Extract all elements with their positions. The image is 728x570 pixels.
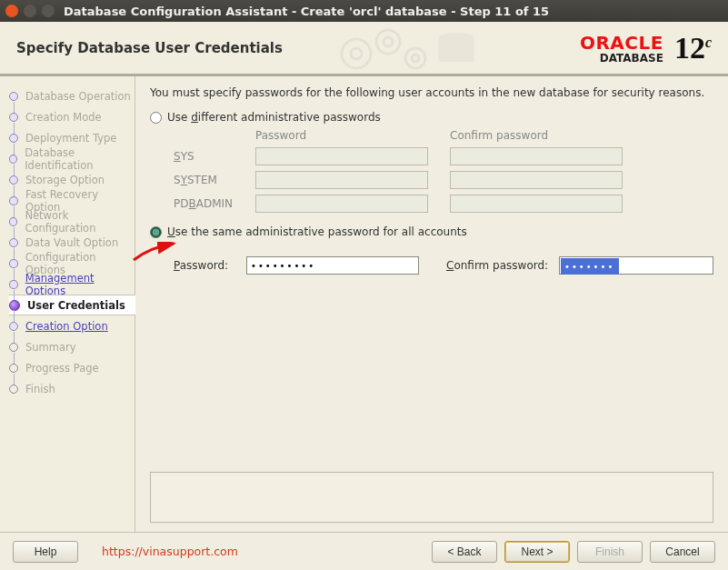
radio-same-password[interactable] (150, 226, 162, 238)
radio-same-password-label: Use the same administrative password for… (167, 225, 467, 238)
step-dot-icon (9, 155, 17, 164)
help-button[interactable]: Help (13, 541, 78, 563)
step-label: Data Vault Option (25, 236, 118, 249)
wizard-footer: Help https://vinasupport.com < Back Next… (0, 532, 728, 570)
instruction-text: You must specify passwords for the follo… (150, 85, 713, 100)
row-pdbadmin-label: PDBADMIN (174, 197, 255, 210)
back-button[interactable]: < Back (432, 541, 497, 563)
svg-rect-7 (438, 38, 474, 62)
step-progress-page: Progress Page (9, 357, 135, 378)
same-confirm-label: Confirm password: (446, 259, 559, 272)
step-finish: Finish (9, 378, 135, 399)
system-confirm-input (450, 171, 623, 189)
window-title: Database Configuration Assistant - Creat… (64, 5, 549, 18)
step-dot-icon (9, 300, 20, 311)
step-label: Creation Option (25, 320, 108, 333)
row-sys-label: SYS (174, 150, 255, 163)
step-database-operation: Database Operation (9, 85, 135, 106)
cancel-button[interactable]: Cancel (650, 541, 715, 563)
step-dot-icon (9, 175, 18, 185)
radio-different-passwords-label: Use different administrative passwords (167, 111, 381, 124)
next-button[interactable]: Next > (504, 541, 570, 563)
brand-oracle: ORACLE (580, 32, 663, 54)
step-label: Creation Mode (25, 111, 102, 124)
step-label: Management Options (25, 272, 135, 297)
step-dot-icon (9, 364, 18, 373)
step-label: Summary (25, 341, 76, 354)
sys-confirm-input (450, 147, 623, 165)
svg-point-0 (342, 39, 371, 68)
oracle-brand: ORACLE DATABASE 12c (580, 31, 712, 65)
gears-decoration (334, 22, 488, 79)
step-dot-icon (9, 280, 18, 289)
svg-point-4 (405, 48, 425, 68)
step-creation-option[interactable]: Creation Option (9, 315, 135, 336)
window-close-button[interactable] (5, 5, 18, 17)
col-confirm-header: Confirm password (450, 129, 623, 142)
window-titlebar: Database Configuration Assistant - Creat… (0, 0, 728, 22)
step-label: Deployment Type (25, 132, 116, 145)
window-minimize-button[interactable] (24, 5, 36, 17)
pdbadmin-password-input (255, 195, 428, 213)
svg-point-5 (412, 55, 419, 62)
window-maximize-button[interactable] (42, 5, 55, 17)
pdbadmin-confirm-input (450, 195, 623, 213)
different-passwords-grid: Password Confirm password SYS SYSTEM PDB… (174, 129, 713, 213)
step-management-options[interactable]: Management Options (9, 274, 135, 295)
page-header: Specify Database User Credentials ORACLE… (0, 22, 728, 76)
step-label: Network Configuration (25, 209, 135, 235)
step-dot-icon (9, 92, 18, 101)
step-label: User Credentials (27, 299, 125, 312)
message-area (150, 472, 713, 523)
svg-point-1 (351, 48, 362, 59)
step-dot-icon (9, 217, 17, 226)
main-panel: You must specify passwords for the follo… (135, 76, 728, 532)
svg-point-2 (376, 30, 400, 54)
step-database-identification: Database Identification (9, 148, 135, 169)
sys-password-input (255, 147, 428, 165)
step-user-credentials[interactable]: User Credentials (9, 295, 135, 315)
annotation-arrow (132, 242, 177, 264)
step-dot-icon (9, 113, 18, 122)
step-dot-icon (9, 385, 18, 394)
step-dot-icon (9, 238, 18, 247)
step-dot-icon (9, 259, 18, 268)
step-summary: Summary (9, 336, 135, 357)
brand-database: DATABASE (582, 52, 663, 65)
step-label: Finish (25, 383, 55, 395)
step-dot-icon (9, 134, 18, 143)
step-dot-icon (9, 196, 18, 205)
step-creation-mode: Creation Mode (9, 106, 135, 127)
svg-point-3 (384, 37, 393, 46)
step-label: Storage Option (25, 174, 105, 186)
step-network-configuration: Network Configuration (9, 211, 135, 232)
same-confirm-input[interactable] (559, 256, 713, 275)
same-password-label: Password: (174, 259, 246, 272)
brand-version: 12c (674, 31, 712, 65)
same-password-input[interactable] (246, 256, 419, 275)
system-password-input (255, 171, 428, 189)
support-link[interactable]: https://vinasupport.com (102, 545, 238, 558)
row-system-label: SYSTEM (174, 174, 255, 186)
step-dot-icon (9, 343, 18, 352)
finish-button[interactable]: Finish (577, 541, 643, 563)
step-label: Database Identification (25, 146, 135, 172)
radio-different-passwords[interactable] (150, 112, 162, 124)
col-password-header: Password (255, 129, 428, 142)
wizard-steps-sidebar: Database OperationCreation ModeDeploymen… (0, 76, 135, 532)
page-title: Specify Database User Credentials (16, 40, 283, 56)
step-label: Database Operation (25, 90, 131, 103)
step-label: Progress Page (25, 362, 99, 375)
step-dot-icon (9, 322, 18, 331)
